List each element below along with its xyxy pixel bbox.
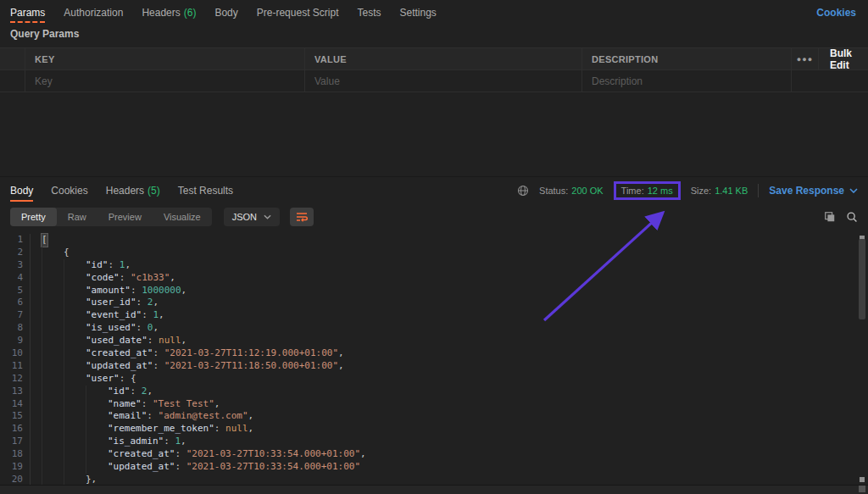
code-token: "used_date"	[86, 335, 147, 347]
code-token: ,	[338, 347, 344, 360]
indent-guide	[64, 322, 86, 335]
line-number: 11	[0, 360, 31, 373]
code-line: 12"user": {	[0, 373, 868, 386]
indent-guide	[64, 461, 86, 474]
line-number: 8	[0, 322, 31, 335]
code-token: "created_at"	[108, 448, 175, 461]
line-number: 4	[0, 272, 31, 285]
line-number: 14	[0, 398, 31, 411]
line-content: "amount": 1000000,	[31, 285, 186, 297]
code-token: "email"	[108, 410, 147, 423]
code-token: :	[131, 285, 142, 297]
indent-guide	[42, 309, 64, 322]
status-label: Status:	[539, 186, 568, 196]
network-globe-icon[interactable]	[517, 185, 529, 197]
tab-label: Body	[214, 7, 237, 19]
response-tab-cookies[interactable]: Cookies	[51, 177, 87, 203]
indent-guide	[64, 423, 86, 436]
code-line: 7"event_id": 1,	[0, 309, 868, 322]
indent-guide	[86, 410, 108, 423]
indent-guide	[86, 386, 108, 398]
param-key-input[interactable]: Key	[25, 70, 305, 92]
response-tab-headers[interactable]: Headers(5)	[106, 177, 160, 203]
code-token: "2021-03-27T10:33:54.000+01:00"	[186, 461, 360, 474]
language-dropdown[interactable]: JSON	[224, 208, 280, 226]
line-content: "email": "admin@test.com",	[31, 410, 253, 423]
request-tab-pre-request-script[interactable]: Pre-request Script	[257, 0, 339, 25]
response-view-toolbar: PrettyRawPreviewVisualize JSON	[0, 203, 868, 230]
line-number: 3	[0, 259, 31, 272]
response-body-code: 1[2{3"id": 1,4"code": "c1b33",5"amount":…	[0, 230, 868, 485]
code-token: ,	[338, 360, 344, 373]
indent-guide	[42, 461, 64, 474]
code-token: "code"	[86, 272, 120, 285]
indent-guide	[64, 474, 86, 485]
code-token: "event_id"	[86, 309, 142, 322]
param-description-input[interactable]: Description	[582, 70, 792, 92]
tab-count-badge: (6)	[184, 7, 197, 19]
time-metric-highlighted: Time: 12 ms	[614, 181, 681, 200]
view-mode-visualize[interactable]: Visualize	[153, 208, 212, 226]
code-token: :	[214, 423, 225, 436]
code-token: "2021-03-27T10:33:54.000+01:00"	[186, 448, 360, 461]
chevron-down-icon	[264, 214, 271, 219]
view-mode-pretty[interactable]: Pretty	[10, 208, 57, 226]
request-tab-body[interactable]: Body	[214, 0, 237, 25]
request-tab-headers[interactable]: Headers(6)	[142, 0, 196, 25]
tab-label: Test Results	[178, 185, 233, 197]
line-content: "user": {	[31, 373, 136, 386]
code-token: :	[153, 360, 164, 373]
request-tab-tests[interactable]: Tests	[357, 0, 381, 25]
view-mode-raw[interactable]: Raw	[57, 208, 97, 226]
line-content: "code": "c1b33",	[31, 272, 175, 285]
line-number: 1	[0, 234, 31, 247]
line-content: "id": 1,	[31, 259, 131, 272]
line-number: 6	[0, 297, 31, 309]
code-token: :	[142, 398, 153, 411]
code-token: :	[108, 259, 120, 272]
line-content: "is_admin": 1,	[31, 436, 186, 448]
code-token: "2021-03-27T11:18:50.000+01:00"	[164, 360, 338, 373]
code-token: :	[175, 448, 186, 461]
line-content: "event_id": 1,	[31, 309, 164, 322]
param-value-input[interactable]: Value	[305, 70, 582, 92]
view-mode-preview[interactable]: Preview	[97, 208, 153, 226]
language-dropdown-value: JSON	[232, 212, 257, 222]
code-token: "is_used"	[86, 322, 136, 335]
response-tab-body[interactable]: Body	[10, 177, 33, 203]
indent-guide	[86, 461, 108, 474]
request-tab-authorization[interactable]: Authorization	[64, 0, 123, 25]
search-icon[interactable]	[846, 211, 858, 223]
save-response-button[interactable]: Save Response	[769, 185, 858, 197]
code-token: ,	[153, 297, 159, 309]
indent-guide	[42, 259, 64, 272]
code-token: ,	[181, 335, 187, 347]
code-line: 3"id": 1,	[0, 259, 868, 272]
wrap-text-button[interactable]	[290, 208, 314, 226]
tab-label: Pre-request Script	[257, 7, 339, 19]
status-metric: Status: 200 OK	[539, 186, 604, 196]
indent-guide	[42, 436, 64, 448]
params-description-header: DESCRIPTION	[582, 48, 792, 69]
code-token: :	[131, 386, 142, 398]
line-number: 16	[0, 423, 31, 436]
code-token: ,	[153, 322, 159, 335]
cookies-link[interactable]: Cookies	[816, 0, 856, 25]
copy-icon[interactable]	[824, 211, 836, 223]
code-line: 19"updated_at": "2021-03-27T10:33:54.000…	[0, 461, 868, 474]
response-tab-test-results[interactable]: Test Results	[178, 177, 233, 203]
request-tab-params[interactable]: Params	[10, 0, 45, 25]
indent-guide	[42, 335, 64, 347]
line-content: "name": "Test Test",	[31, 398, 220, 411]
code-token: "is_admin"	[108, 436, 164, 448]
code-token: "user"	[86, 373, 120, 386]
bulk-edit-button[interactable]: Bulk Edit	[819, 48, 868, 69]
query-params-table: KEY VALUE DESCRIPTION ●●● Bulk Edit Key …	[0, 47, 868, 92]
request-tab-settings[interactable]: Settings	[400, 0, 437, 25]
code-token: 0	[147, 322, 153, 335]
line-content: },	[31, 474, 97, 485]
scrollbar-thumb[interactable]	[859, 239, 865, 319]
meta-divider	[758, 184, 759, 197]
indent-guide	[64, 335, 86, 347]
params-more-options-button[interactable]: ●●●	[792, 48, 819, 69]
